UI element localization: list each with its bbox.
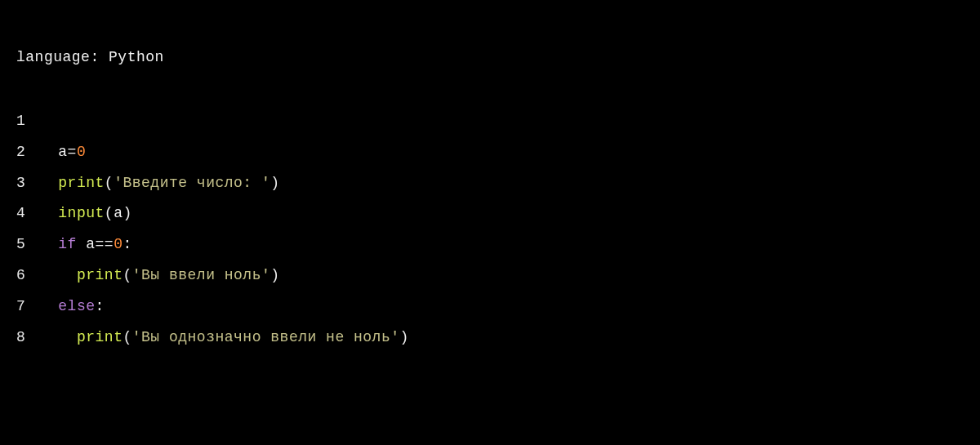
code-token: 'Вы однозначно ввели не ноль' (132, 329, 400, 345)
code-line: 7else: (16, 291, 409, 323)
code-token: print (77, 267, 123, 283)
line-content: else: (58, 291, 409, 323)
code-line: 2a=0 (16, 137, 409, 168)
language-label: language: (16, 49, 109, 65)
code-token: ( (105, 175, 114, 191)
code-token: a= (58, 144, 77, 160)
line-number: 6 (16, 260, 58, 291)
code-token: if (58, 236, 77, 252)
code-token: ) (400, 329, 409, 345)
code-token: 0 (77, 144, 86, 160)
line-number: 7 (16, 291, 58, 323)
line-content: print('Вы однозначно ввели не ноль') (58, 323, 409, 354)
code-token: 'Вы ввели ноль' (132, 267, 271, 283)
code-token: ( (122, 329, 131, 345)
code-token (58, 329, 77, 345)
code-line: 5if a==0: (16, 229, 409, 260)
code-token: print (58, 175, 105, 191)
code-token: : (122, 236, 131, 252)
code-token: else (58, 298, 95, 314)
code-line: 4input(a) (16, 198, 409, 229)
line-number: 8 (16, 323, 58, 354)
line-content: print('Вы ввели ноль') (58, 260, 409, 291)
line-content: print('Введите число: ') (58, 168, 409, 199)
line-number: 1 (16, 106, 58, 137)
code-line: 1 (16, 106, 409, 137)
code-line: 3print('Введите число: ') (16, 168, 409, 199)
line-content: input(a) (58, 198, 409, 229)
line-number: 5 (16, 229, 58, 260)
code-line: 8 print('Вы однозначно ввели не ноль') (16, 323, 409, 354)
code-token (58, 267, 77, 283)
language-value: Python (109, 49, 164, 65)
line-content: if a==0: (58, 229, 409, 260)
line-content (58, 106, 409, 137)
code-token: ) (270, 267, 279, 283)
code-token: a== (77, 236, 114, 252)
code-token: 'Введите число: ' (114, 175, 270, 191)
code-line: 6 print('Вы ввели ноль') (16, 260, 409, 291)
line-number: 2 (16, 137, 58, 168)
line-number: 4 (16, 198, 58, 229)
code-token: input (58, 205, 105, 221)
code-token: 0 (114, 236, 122, 252)
code-token: print (77, 329, 123, 345)
line-content: a=0 (58, 137, 409, 168)
code-token: : (96, 298, 105, 314)
code-token: ( (122, 267, 131, 283)
language-header: language: Python (16, 49, 964, 65)
code-token: (a) (105, 205, 132, 221)
code-token: ) (270, 175, 279, 191)
line-number: 3 (16, 168, 58, 199)
code-block: 12a=03print('Введите число: ')4input(a)5… (16, 106, 409, 353)
